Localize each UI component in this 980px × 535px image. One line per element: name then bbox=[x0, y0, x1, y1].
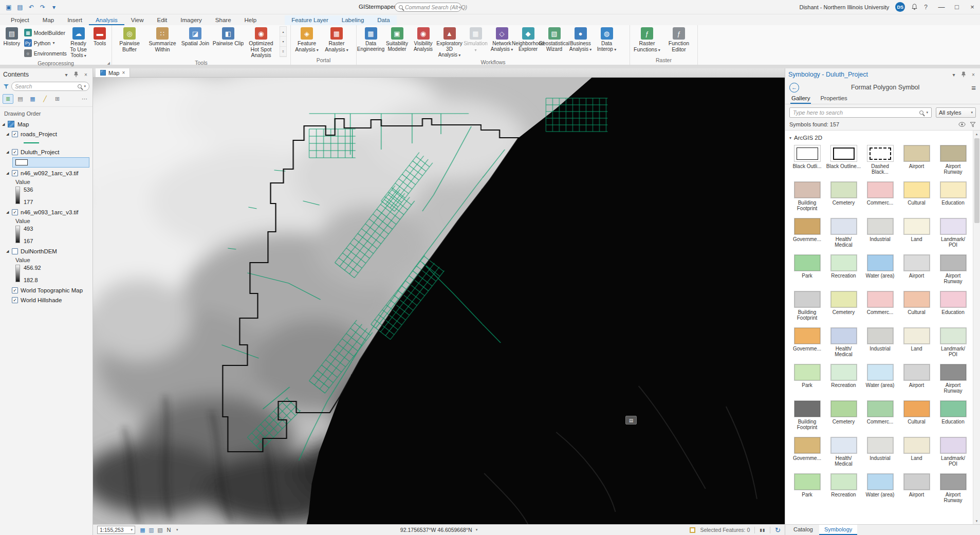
pause-drawing-button[interactable]: ▮▮ bbox=[760, 528, 765, 532]
ribbon-button-pairwise-clip[interactable]: ◧Pairwise Clip bbox=[212, 26, 245, 48]
symbol-governme[interactable]: Governme... bbox=[789, 218, 825, 248]
ribbon-tab-share[interactable]: Share bbox=[209, 15, 238, 25]
line-symbol-swatch[interactable] bbox=[24, 142, 39, 143]
polygon-symbol-swatch[interactable] bbox=[12, 157, 89, 168]
layer-item-dulnorthdem[interactable]: ◢DulNorthDEM bbox=[0, 246, 93, 256]
ribbon-tab-view[interactable]: View bbox=[124, 15, 151, 25]
more-options-icon[interactable]: ⋯ bbox=[79, 94, 90, 104]
ribbon-tab-analysis[interactable]: Analysis bbox=[89, 15, 124, 25]
help-button[interactable]: ? bbox=[924, 4, 928, 11]
scroll-down-icon[interactable]: ▾ bbox=[973, 518, 980, 524]
search-dropdown-chevron[interactable]: ▾ bbox=[84, 84, 86, 88]
symbol-education[interactable]: Education bbox=[935, 400, 971, 430]
expander-icon[interactable]: ◢ bbox=[6, 249, 12, 253]
map-grid-icon[interactable]: ▦ bbox=[139, 527, 146, 533]
symbol-land[interactable]: Land bbox=[899, 437, 934, 467]
scroll-up-icon[interactable]: ▴ bbox=[973, 131, 980, 137]
ribbon-button-optimized-hot-spot-analysis[interactable]: ◉Optimized Hot Spot Analysis bbox=[245, 26, 278, 60]
layer-item-n46-w093-1arc-v3-tif[interactable]: ◢✓n46_w093_1arc_v3.tif bbox=[0, 207, 93, 217]
symbol-education[interactable]: Education bbox=[935, 291, 971, 321]
notification-bell-icon[interactable] bbox=[911, 4, 918, 10]
symbol-cemetery[interactable]: Cemetery bbox=[826, 181, 861, 211]
back-button[interactable]: ← bbox=[789, 83, 799, 93]
ribbon-tab-imagery[interactable]: Imagery bbox=[174, 15, 209, 25]
command-search-input[interactable]: Command Search (Alt+Q) bbox=[395, 3, 461, 12]
chevron-down-icon[interactable]: ▾ bbox=[176, 528, 178, 532]
ribbon-button-suitability-modeler[interactable]: ▣Suitability Modeler bbox=[384, 26, 410, 53]
layer-item-map[interactable]: ◢Map bbox=[0, 119, 93, 129]
ribbon-button-raster-analysis[interactable]: ▦Raster Analysis ▾ bbox=[322, 26, 352, 54]
save-button[interactable]: ▣ bbox=[3, 2, 14, 12]
symbol-water-area[interactable]: Water (area) bbox=[862, 473, 898, 503]
ribbon-button-network-analysis[interactable]: ◇Network Analysis ▾ bbox=[489, 26, 515, 53]
map-view-tab[interactable]: Map × bbox=[96, 68, 130, 77]
ribbon-button-neighborhood-explorer[interactable]: ◆Neighborhood Explorer bbox=[515, 26, 541, 53]
close-map-tab-icon[interactable]: × bbox=[122, 70, 125, 76]
ribbon-button-function-editor[interactable]: ƒFunction Editor bbox=[663, 26, 695, 53]
open-project-button[interactable]: ▤ bbox=[14, 2, 26, 12]
ribbon-button-summarize-within[interactable]: ∷Summarize Within bbox=[146, 26, 179, 53]
snapping-icon[interactable]: ⊞ bbox=[52, 94, 63, 104]
scroll-button[interactable]: ≡ bbox=[280, 47, 286, 57]
expander-icon[interactable]: ◢ bbox=[6, 210, 12, 214]
symbol-airport[interactable]: Airport bbox=[899, 364, 934, 394]
map-canvas[interactable]: ▤ bbox=[93, 78, 785, 524]
layer-checkbox[interactable]: ✓ bbox=[12, 131, 18, 137]
pin-icon[interactable] bbox=[72, 71, 80, 78]
ribbon-tab-feature-layer[interactable]: Feature Layer bbox=[285, 15, 335, 25]
layer-checkbox[interactable]: ✓ bbox=[12, 149, 18, 155]
ribbon-button-feature-analysis[interactable]: ◈Feature Analysis ▾ bbox=[292, 26, 322, 54]
ribbon-button-spatial-join[interactable]: ◪Spatial Join bbox=[179, 26, 212, 48]
expander-icon[interactable]: ◢ bbox=[2, 122, 8, 126]
tab-properties[interactable]: Properties bbox=[819, 94, 848, 104]
symbol-airport[interactable]: Airport bbox=[899, 145, 934, 175]
refresh-icon[interactable]: ↻ bbox=[775, 526, 781, 534]
symbol-education[interactable]: Education bbox=[935, 181, 971, 211]
ribbon-button-history[interactable]: ▤History bbox=[1, 26, 23, 48]
selection-icon[interactable]: ▦ bbox=[27, 94, 38, 104]
symbol-cemetery[interactable]: Cemetery bbox=[826, 400, 861, 430]
symbol-cultural[interactable]: Cultural bbox=[899, 400, 934, 430]
symbol-commerc[interactable]: Commerc... bbox=[862, 400, 898, 430]
layer-checkbox[interactable] bbox=[12, 248, 18, 254]
close-pane-icon[interactable]: × bbox=[970, 72, 977, 78]
gallery-scroll-buttons[interactable]: ▴▾≡ bbox=[280, 26, 287, 57]
scroll-button[interactable]: ▾ bbox=[280, 36, 286, 46]
notification-icon[interactable]: ▤ bbox=[625, 416, 637, 425]
filter-icon[interactable] bbox=[3, 84, 9, 89]
symbol-airport-runway[interactable]: Airport Runway bbox=[935, 254, 971, 284]
symbol-cultural[interactable]: Cultural bbox=[899, 291, 934, 321]
ribbon-button-python[interactable]: PyPython▾ bbox=[23, 38, 68, 48]
tab-symbology[interactable]: Symbology bbox=[819, 525, 857, 535]
symbol-building-footprint[interactable]: Building Footprint bbox=[789, 400, 825, 430]
symbol-health-medical[interactable]: Health/ Medical bbox=[826, 327, 861, 357]
ribbon-tab-help[interactable]: Help bbox=[238, 15, 264, 25]
symbol-black-outli[interactable]: Black Outli... bbox=[789, 145, 825, 175]
ribbon-tab-insert[interactable]: Insert bbox=[61, 15, 89, 25]
symbol-black-outline[interactable]: Black Outline... bbox=[826, 145, 861, 175]
ribbon-button-raster-functions[interactable]: ƒRaster Functions ▾ bbox=[631, 26, 663, 54]
visibility-icon[interactable] bbox=[958, 122, 966, 127]
ribbon-tab-labeling[interactable]: Labeling bbox=[335, 15, 371, 25]
symbol-water-area[interactable]: Water (area) bbox=[862, 254, 898, 284]
symbol-building-footprint[interactable]: Building Footprint bbox=[789, 181, 825, 211]
menu-icon[interactable]: ≡ bbox=[971, 83, 976, 92]
styles-filter-dropdown[interactable]: All styles ▾ bbox=[936, 107, 976, 118]
undo-button[interactable]: ↶ bbox=[26, 2, 37, 12]
symbol-landmark-poi[interactable]: Landmark/ POI bbox=[935, 437, 971, 467]
ribbon-button-geostatistical-wizard[interactable]: ▧Geostatistical Wizard bbox=[541, 26, 567, 53]
customize-quick-access-button[interactable]: ▾ bbox=[48, 2, 60, 12]
symbol-park[interactable]: Park bbox=[789, 364, 825, 394]
symbol-dashed-black[interactable]: Dashed Black... bbox=[862, 145, 898, 175]
ribbon-button-business-analysis[interactable]: ●Business Analysis ▾ bbox=[567, 26, 594, 53]
ribbon-button-data-engineering[interactable]: ▦Data Engineering bbox=[358, 26, 384, 53]
symbol-recreation[interactable]: Recreation bbox=[826, 473, 861, 503]
ribbon-tab-edit[interactable]: Edit bbox=[150, 15, 174, 25]
maximize-button[interactable]: □ bbox=[949, 0, 965, 14]
north-arrow-icon[interactable]: N bbox=[165, 527, 173, 533]
symbol-cultural[interactable]: Cultural bbox=[899, 181, 934, 211]
ribbon-button-data-interop[interactable]: ◍Data Interop ▾ bbox=[594, 26, 620, 53]
layer-checkbox[interactable]: ✓ bbox=[12, 297, 18, 303]
layer-item-duluth-project[interactable]: ◢✓Duluth_Project bbox=[0, 147, 93, 157]
scrollbar-thumb[interactable] bbox=[974, 138, 979, 223]
